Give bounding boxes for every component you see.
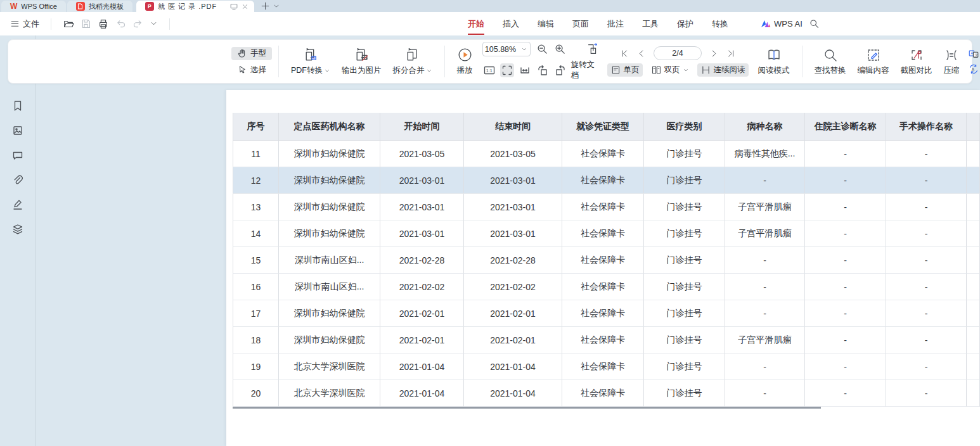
save-icon[interactable]: [81, 18, 91, 29]
first-page-icon[interactable]: [619, 49, 629, 58]
last-page-icon[interactable]: [726, 49, 736, 58]
zoom-out-icon[interactable]: [536, 43, 548, 55]
translate-group: A文 全文翻译 A 划词翻译: [968, 48, 980, 75]
table-row[interactable]: 20北京大学深圳医院2021-01-042021-01-04社会保障卡门诊挂号-…: [233, 380, 980, 407]
menu-item-insert[interactable]: 插入: [503, 16, 519, 32]
screenshot-compare-label: 截图对比: [901, 65, 932, 76]
table-row[interactable]: 17深圳市妇幼保健院2021-02-012021-02-01社会保障卡门诊挂号-…: [233, 300, 980, 327]
table-row[interactable]: 12深圳市妇幼保健院2021-03-012021-03-01社会保障卡门诊挂号-…: [233, 167, 980, 194]
table-cell: 门诊挂号: [644, 300, 725, 327]
play-button[interactable]: 播放: [451, 47, 479, 76]
page-indicator: 2/4: [672, 49, 683, 58]
fit-page-button[interactable]: [500, 63, 514, 77]
single-page-label: 单页: [624, 65, 640, 75]
table-cell: 门诊挂号: [644, 247, 725, 274]
header-cell: 住院主诊断名称: [805, 113, 886, 141]
table-cell: -: [886, 220, 967, 247]
header-cell: 定点医药机构名称: [279, 113, 380, 141]
edit-content-button[interactable]: 编辑内容: [852, 48, 895, 76]
table-cell: 社会保障卡: [562, 141, 644, 167]
menu-item-comment[interactable]: 批注: [607, 16, 624, 32]
close-tab-icon[interactable]: [241, 3, 249, 11]
menu-item-edit[interactable]: 编辑: [538, 16, 554, 32]
more-tools-chevron-icon[interactable]: [150, 20, 158, 28]
table-cell: [967, 354, 980, 380]
rotate-document-icon[interactable]: [586, 42, 600, 56]
table-row[interactable]: 15深圳市南山区妇...2021-02-282021-02-28社会保障卡门诊挂…: [233, 247, 980, 274]
menu-item-tools[interactable]: 工具: [642, 16, 659, 32]
edit-content-label: 编辑内容: [858, 65, 889, 76]
attachment-icon[interactable]: [11, 174, 24, 186]
find-replace-button[interactable]: 查找替换: [809, 48, 852, 76]
medical-records-table: 序号定点医药机构名称开始时间结束时间就诊凭证类型医疗类别病种名称住院主诊断名称手…: [233, 113, 980, 407]
table-cell: -: [725, 274, 805, 300]
double-page-button[interactable]: 双页: [648, 63, 692, 77]
new-tab-icon[interactable]: [261, 1, 270, 11]
prev-page-icon[interactable]: [636, 49, 646, 58]
header-cell: 就诊凭证类型: [562, 113, 644, 141]
next-page-icon[interactable]: [709, 49, 719, 58]
tab-list-chevron-icon[interactable]: [273, 3, 280, 10]
rotate-right-button[interactable]: [553, 63, 567, 77]
table-row[interactable]: 13深圳市妇幼保健院2021-03-012021-03-01社会保障卡门诊挂号子…: [233, 194, 980, 220]
pdf-page[interactable]: 序号定点医药机构名称开始时间结束时间就诊凭证类型医疗类别病种名称住院主诊断名称手…: [226, 90, 980, 446]
rotate-left-button[interactable]: [536, 63, 550, 77]
rotate-document-label[interactable]: 旋转文档: [571, 60, 600, 81]
continuous-reading-button[interactable]: 连续阅读: [697, 63, 749, 77]
table-row[interactable]: 11深圳市妇幼保健院2021-03-052021-03-05社会保障卡门诊挂号病…: [233, 141, 980, 167]
table-cell: [967, 194, 980, 220]
fit-width-button[interactable]: [518, 63, 532, 77]
actual-size-button[interactable]: 1:1: [482, 63, 496, 77]
tab-label: WPS Office: [21, 3, 57, 10]
hand-tool-button[interactable]: 手型: [231, 47, 272, 60]
undo-icon[interactable]: [115, 18, 126, 29]
table-cell: -: [886, 247, 967, 274]
tab-document-pdf[interactable]: P 就 医 记 录 .PDF: [136, 1, 254, 12]
file-menu-button[interactable]: 文件: [10, 18, 39, 30]
menu-item-convert[interactable]: 转换: [712, 16, 728, 32]
zoom-level-select[interactable]: 105.88%: [482, 42, 531, 56]
tab-wps-office[interactable]: W WPS Office: [1, 1, 66, 12]
table-cell: 门诊挂号: [644, 220, 725, 247]
table-cell: 2021-01-04: [464, 354, 562, 380]
table-cell: 深圳市妇幼保健院: [279, 141, 380, 167]
screenshot-compare-button[interactable]: 截图对比: [895, 48, 938, 76]
screenshot-compare-icon: [909, 48, 924, 63]
double-page-icon: [651, 65, 662, 75]
header-cell: 医疗类别: [644, 113, 725, 141]
compress-button[interactable]: 压缩: [938, 48, 965, 76]
table-cell: [967, 220, 980, 247]
zoom-level-value: 105.88%: [485, 45, 516, 54]
split-merge-button[interactable]: 拆分合并: [387, 47, 438, 76]
table-row[interactable]: 14深圳市妇幼保健院2021-03-012021-03-01社会保障卡门诊挂号子…: [233, 220, 980, 247]
export-as-image-button[interactable]: 输出为图片: [336, 47, 387, 76]
menu-item-home[interactable]: 开始: [468, 16, 484, 32]
search-icon[interactable]: [809, 18, 820, 29]
table-cell: -: [725, 167, 805, 194]
tab-docer-templates[interactable]: 找稻壳模板: [67, 1, 132, 12]
full-text-translate-button[interactable]: A文 全文翻译: [968, 48, 980, 60]
present-to-screen-icon[interactable]: [229, 2, 238, 11]
single-page-button[interactable]: 单页: [607, 63, 643, 77]
zoom-in-icon[interactable]: [554, 43, 566, 55]
wps-ai-button[interactable]: WPS AI: [761, 19, 803, 29]
thumbnails-icon[interactable]: [11, 124, 24, 137]
menu-item-protect[interactable]: 保护: [677, 16, 693, 32]
table-cell: -: [886, 141, 967, 167]
select-tool-button[interactable]: 选择: [231, 63, 272, 77]
open-file-icon[interactable]: [63, 18, 74, 30]
redo-icon[interactable]: [132, 18, 143, 29]
read-mode-button[interactable]: 阅读模式: [752, 48, 796, 76]
layers-icon[interactable]: [11, 223, 24, 236]
signature-icon[interactable]: [11, 198, 24, 211]
pdf-convert-button[interactable]: W PDF转换: [285, 47, 336, 76]
print-icon[interactable]: [98, 18, 109, 30]
table-row[interactable]: 19北京大学深圳医院2021-01-042021-01-04社会保障卡门诊挂号-…: [233, 354, 980, 380]
table-row[interactable]: 16深圳市南山区妇...2021-02-022021-02-02社会保障卡门诊挂…: [233, 274, 980, 300]
table-row[interactable]: 18深圳市妇幼保健院2021-02-012021-02-01社会保障卡门诊挂号子…: [233, 327, 980, 354]
bookmark-icon[interactable]: [11, 99, 24, 112]
menu-item-page[interactable]: 页面: [572, 16, 589, 32]
comment-icon[interactable]: [11, 149, 24, 162]
word-translate-button[interactable]: A 划词翻译: [968, 63, 980, 75]
page-number-input[interactable]: 2/4: [654, 46, 702, 60]
